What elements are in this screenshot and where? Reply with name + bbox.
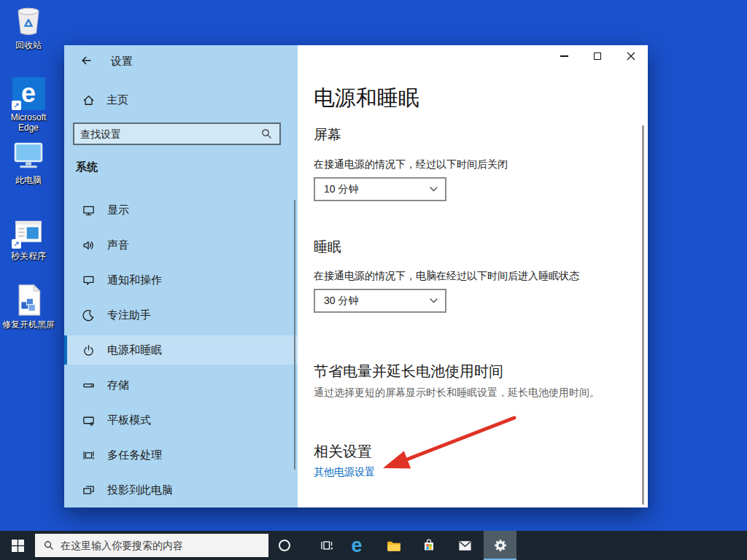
- app-window-icon: ↗: [11, 214, 46, 249]
- store-icon: [422, 539, 436, 552]
- cortana-icon: [278, 539, 291, 552]
- sidebar-item-display[interactable]: 显示: [64, 195, 298, 225]
- desktop-icon-recycle-bin[interactable]: 回收站: [1, 4, 55, 50]
- cortana-button[interactable]: [270, 531, 299, 560]
- tablet-icon: [82, 414, 95, 427]
- power-icon: [82, 344, 95, 357]
- page-title: 电源和睡眠: [314, 84, 419, 113]
- desktop-icon-label: 此电脑: [15, 175, 42, 185]
- sidebar-item-multitasking[interactable]: 多任务处理: [64, 440, 298, 470]
- back-arrow-icon: [80, 55, 93, 66]
- taskbar-search-input[interactable]: [61, 540, 268, 551]
- sidebar-scrollbar[interactable]: [294, 200, 295, 470]
- search-icon: [44, 540, 54, 551]
- edge-taskbar-button[interactable]: e: [342, 531, 371, 560]
- close-button[interactable]: [614, 45, 648, 67]
- sidebar-home-label: 主页: [107, 93, 128, 107]
- sidebar-item-notifications[interactable]: 通知和操作: [64, 265, 298, 295]
- window-caption-buttons: [547, 45, 648, 67]
- sound-icon: [82, 239, 95, 252]
- content-scrollbar[interactable]: [642, 125, 644, 505]
- desktop-icon-app[interactable]: ↗ 秒关程序: [1, 214, 55, 261]
- sidebar-item-power-sleep[interactable]: 电源和睡眠: [64, 335, 298, 365]
- sidebar-item-home[interactable]: 主页: [82, 93, 128, 107]
- related-settings-heading: 相关设置: [314, 442, 372, 462]
- desktop-icon-label: Microsoft Edge: [1, 112, 55, 133]
- task-view-icon: [320, 540, 333, 551]
- settings-sidebar: 设置 主页 系统 显示: [64, 45, 298, 508]
- sidebar-item-focus-assist[interactable]: 专注助手: [64, 300, 298, 330]
- repair-tool-icon: [11, 283, 46, 318]
- edge-icon: e: [351, 536, 362, 556]
- chevron-down-icon: [430, 298, 438, 303]
- back-button[interactable]: [74, 51, 98, 70]
- screen-timeout-value: 10 分钟: [324, 183, 358, 196]
- settings-taskbar-button[interactable]: [484, 531, 516, 560]
- mail-button[interactable]: [450, 531, 479, 560]
- settings-window: 设置 主页 系统 显示: [64, 45, 648, 508]
- task-view-button[interactable]: [311, 531, 341, 560]
- sleep-section-heading: 睡眠: [314, 238, 341, 257]
- window-title: 设置: [111, 55, 133, 69]
- start-button[interactable]: [0, 531, 35, 560]
- sidebar-item-storage[interactable]: 存储: [64, 370, 298, 400]
- desktop-icon-repair-tool[interactable]: 修复开机黑屏: [1, 283, 55, 330]
- mail-icon: [458, 540, 472, 551]
- edge-icon: e ↗: [11, 76, 46, 111]
- shortcut-arrow-icon: ↗: [12, 239, 21, 249]
- selected-indicator: [64, 335, 67, 365]
- sleep-timeout-dropdown[interactable]: 30 分钟: [314, 289, 446, 313]
- multitask-icon: [82, 449, 95, 462]
- gear-icon: [494, 539, 507, 552]
- minimize-icon: [560, 55, 568, 57]
- desktop-icon-label: 修复开机黑屏: [2, 319, 55, 330]
- maximize-icon: [594, 52, 601, 60]
- store-button[interactable]: [414, 531, 444, 560]
- desktop-icon-this-pc[interactable]: 此电脑: [1, 139, 55, 185]
- desktop-icon-label: 秒关程序: [11, 251, 46, 261]
- screen-timeout-dropdown[interactable]: 10 分钟: [314, 177, 446, 201]
- desktop-icon-edge[interactable]: e ↗ Microsoft Edge: [1, 76, 55, 133]
- display-icon: [82, 204, 95, 217]
- screen-section-heading: 屏幕: [314, 125, 341, 144]
- sleep-timeout-value: 30 分钟: [324, 295, 358, 308]
- folder-icon: [387, 540, 401, 552]
- sidebar-section-label: 系统: [76, 160, 98, 174]
- file-explorer-button[interactable]: [379, 531, 409, 560]
- taskbar-search-box[interactable]: [35, 534, 268, 557]
- chevron-down-icon: [430, 187, 438, 192]
- moon-icon: [82, 309, 95, 322]
- battery-section-heading: 节省电量并延长电池使用时间: [314, 362, 503, 381]
- sidebar-item-tablet-mode[interactable]: 平板模式: [64, 405, 298, 435]
- settings-search-box[interactable]: [73, 122, 281, 145]
- shortcut-arrow-icon: ↗: [12, 101, 21, 110]
- desktop-icon-label: 回收站: [15, 40, 42, 50]
- settings-search-input[interactable]: [74, 128, 261, 140]
- close-icon: [627, 52, 635, 61]
- desktop: 回收站 e ↗ Microsoft Edge 此电脑: [0, 0, 747, 560]
- maximize-button[interactable]: [581, 45, 614, 67]
- project-icon: [82, 484, 95, 497]
- comment-icon: [82, 274, 95, 287]
- additional-power-settings-link[interactable]: 其他电源设置: [314, 466, 375, 479]
- recycle-bin-icon: [11, 4, 46, 39]
- settings-content: 电源和睡眠 屏幕 在接通电源的情况下，经过以下时间后关闭 10 分钟 睡眠 在接…: [298, 45, 648, 508]
- battery-section-desc: 通过选择更短的屏幕显示时长和睡眠设置，延长电池使用时间。: [314, 386, 600, 400]
- screen-section-desc: 在接通电源的情况下，经过以下时间后关闭: [314, 158, 508, 171]
- sidebar-item-projecting[interactable]: 投影到此电脑: [64, 475, 298, 505]
- minimize-button[interactable]: [547, 45, 581, 67]
- search-icon: [261, 128, 272, 139]
- home-icon: [82, 94, 95, 106]
- sleep-section-desc: 在接通电源的情况下，电脑在经过以下时间后进入睡眠状态: [314, 270, 579, 283]
- taskbar: e 中 拼 15:42 2019/12/31: [0, 531, 747, 560]
- this-pc-icon: [11, 139, 46, 174]
- storage-icon: [82, 379, 95, 392]
- windows-logo-icon: [12, 540, 24, 552]
- sidebar-nav: 显示 声音 通知和操作 专注助手 电源和睡眠: [64, 195, 298, 510]
- sidebar-item-sound[interactable]: 声音: [64, 230, 298, 260]
